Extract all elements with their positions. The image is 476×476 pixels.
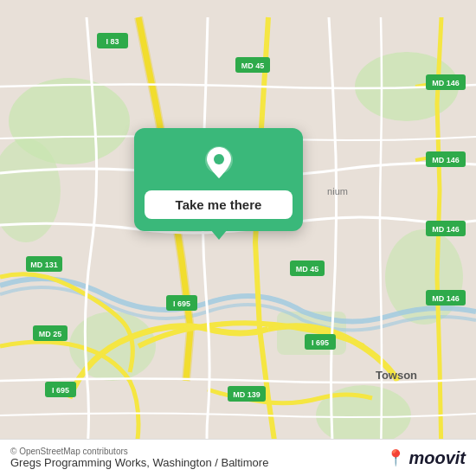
take-me-there-button[interactable]: Take me there	[145, 190, 293, 219]
popup-card: Take me there	[134, 128, 303, 231]
svg-text:MD 131: MD 131	[30, 261, 58, 269]
moovit-logo: 📍 moovit	[386, 448, 466, 468]
svg-text:Towson: Towson	[376, 369, 417, 382]
svg-text:MD 146: MD 146	[432, 225, 460, 234]
svg-point-37	[214, 154, 224, 164]
location-pin-icon	[198, 142, 240, 183]
svg-text:MD 25: MD 25	[39, 330, 62, 338]
svg-text:I 695: I 695	[52, 386, 69, 395]
copyright-text: © OpenStreetMap contributors	[10, 447, 268, 456]
svg-text:MD 146: MD 146	[432, 294, 460, 303]
svg-text:MD 45: MD 45	[241, 61, 265, 70]
bottom-left: © OpenStreetMap contributors Gregs Progr…	[10, 447, 268, 469]
svg-text:I 695: I 695	[312, 338, 329, 347]
bottom-bar: © OpenStreetMap contributors Gregs Progr…	[0, 439, 476, 476]
svg-text:MD 45: MD 45	[296, 265, 319, 273]
map-container: I 83 MD 45 MD 45 MD 146 MD 146 MD 146 MD…	[0, 0, 476, 476]
svg-text:nium: nium	[327, 186, 348, 196]
svg-text:MD 139: MD 139	[233, 390, 261, 399]
map-svg: I 83 MD 45 MD 45 MD 146 MD 146 MD 146 MD…	[0, 0, 476, 476]
svg-text:MD 146: MD 146	[432, 156, 460, 164]
moovit-brand-text: moovit	[408, 448, 466, 468]
svg-text:I 83: I 83	[106, 37, 119, 46]
svg-text:I 695: I 695	[173, 299, 190, 308]
svg-text:MD 146: MD 146	[432, 79, 460, 87]
location-text: Gregs Programming Works, Washington / Ba…	[10, 456, 268, 469]
moovit-pin-icon: 📍	[386, 448, 405, 467]
